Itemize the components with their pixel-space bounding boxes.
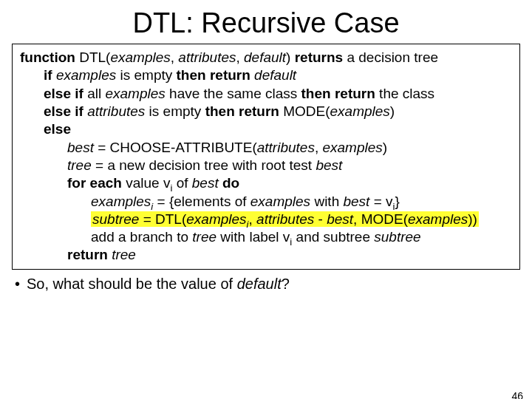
t: is empty: [145, 103, 205, 119]
kw: else if: [44, 86, 87, 101]
t: ): [383, 140, 387, 155]
algo-line-11: return tree: [20, 246, 512, 264]
algo-line-4: else: [20, 120, 512, 138]
t: = v: [369, 194, 392, 209]
t: }: [395, 194, 400, 209]
t: , MODE(: [353, 211, 408, 227]
algo-line-7: for each value vi of best do: [20, 174, 512, 192]
t: = DTL(: [139, 211, 186, 227]
arg: examples: [110, 50, 170, 65]
t: all: [87, 86, 105, 101]
kw: else if: [44, 103, 87, 119]
bullet-text-b: default: [237, 276, 282, 292]
algo-line-10: add a branch to tree with label vi and s…: [20, 228, 512, 246]
t: ,: [315, 140, 323, 155]
t: have the same class: [166, 86, 301, 101]
var: examples: [91, 194, 151, 209]
t: the class: [379, 86, 434, 101]
algo-line-9-highlight: subtree = DTL(examplesi, attributes - be…: [20, 211, 512, 228]
kw: returns: [295, 50, 343, 65]
kw: else: [44, 121, 71, 137]
page-number: 46: [511, 390, 523, 399]
t: and subtree: [292, 229, 374, 245]
t: -: [314, 211, 327, 227]
arg: examples: [408, 211, 468, 227]
arg: default: [244, 50, 286, 65]
kw: for each: [67, 175, 126, 191]
t: with label v: [216, 229, 290, 245]
kw: do: [222, 175, 239, 191]
var: best: [327, 211, 353, 227]
kw: return: [67, 247, 112, 262]
arg: attributes: [256, 211, 314, 227]
var: tree: [112, 247, 136, 262]
arg: attributes: [257, 140, 315, 155]
algo-line-3: else if attributes is empty then return …: [20, 103, 512, 120]
t: = a new decision tree with root test: [92, 157, 316, 173]
algo-line-1: if examples is empty then return default: [20, 66, 512, 84]
kw: if: [44, 67, 56, 83]
bullet-text-a: So, what should be the value of: [27, 276, 237, 292]
algorithm-box: function DTL(examples, attributes, defau…: [12, 44, 520, 270]
kw: then return: [301, 86, 380, 101]
kw: then return: [205, 103, 284, 119]
t: ,: [236, 50, 244, 65]
highlight: subtree = DTL(examplesi, attributes - be…: [91, 211, 479, 227]
t: MODE(: [283, 103, 330, 119]
var: best: [316, 157, 342, 173]
var: best: [67, 140, 94, 155]
algo-line-0: function DTL(examples, attributes, defau…: [20, 49, 512, 66]
arg: default: [254, 67, 296, 83]
kw: then return: [177, 67, 255, 83]
algo-line-8: examplesi = {elements of examples with b…: [20, 193, 512, 211]
var: best: [343, 194, 369, 209]
arg: attributes: [178, 50, 236, 65]
t: value v: [126, 175, 170, 191]
var: tree: [192, 229, 216, 245]
var: subtree: [374, 229, 420, 245]
t: = CHOOSE-ATTRIBUTE(: [94, 140, 257, 155]
t: ): [286, 50, 295, 65]
algo-line-2: else if all examples have the same class…: [20, 85, 512, 103]
arg: examples: [330, 103, 390, 119]
arg: examples: [322, 140, 382, 155]
t: = {elements of: [153, 194, 250, 209]
var: subtree: [92, 211, 139, 227]
t: ): [390, 103, 395, 119]
arg: examples: [250, 194, 310, 209]
t: with: [310, 194, 343, 209]
arg: examples: [186, 211, 246, 227]
t: of: [172, 175, 191, 191]
arg: examples: [105, 86, 165, 101]
t: is empty: [116, 67, 176, 83]
t: ,: [249, 211, 257, 227]
algo-line-6: tree = a new decision tree with root tes…: [20, 157, 512, 174]
t: )): [468, 211, 477, 227]
slide: DTL: Recursive Case function DTL(example…: [0, 7, 532, 399]
t: ,: [171, 50, 179, 65]
bullet-dot: •: [15, 276, 27, 293]
t: a decision tree: [343, 50, 438, 65]
arg: attributes: [87, 103, 145, 119]
kw: function: [20, 50, 75, 65]
var: best: [192, 175, 222, 191]
var: tree: [67, 157, 92, 173]
arg: examples: [56, 67, 116, 83]
bullet-text-c: ?: [282, 276, 290, 292]
t: DTL(: [75, 50, 111, 65]
t: add a branch to: [91, 229, 192, 245]
slide-title: DTL: Recursive Case: [0, 7, 532, 39]
bullet-line: •So, what should be the value of default…: [15, 276, 520, 293]
algo-line-5: best = CHOOSE-ATTRIBUTE(attributes, exam…: [20, 139, 512, 157]
